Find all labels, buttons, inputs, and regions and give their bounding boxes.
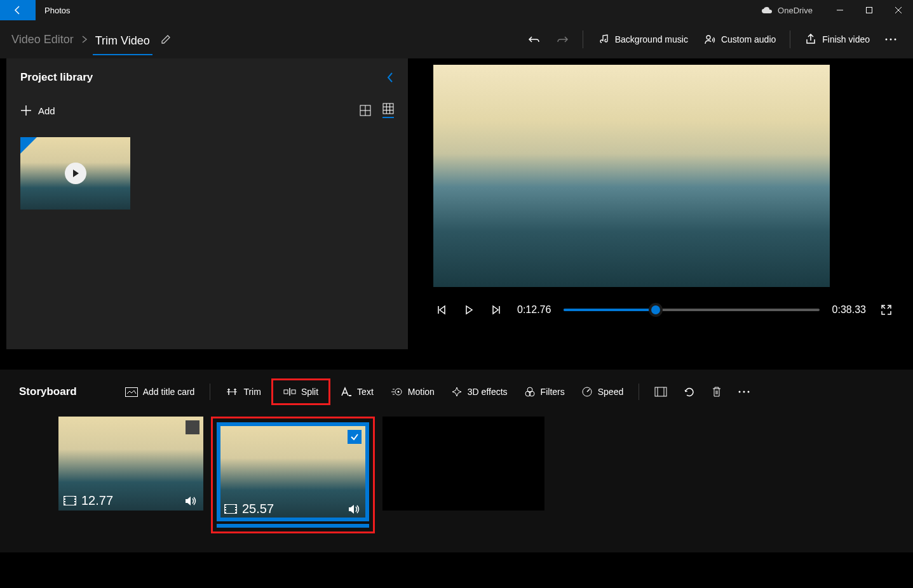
trim-icon	[226, 387, 238, 397]
current-time: 0:12.76	[517, 304, 551, 316]
film-icon	[64, 496, 76, 505]
clip-checkbox[interactable]	[186, 420, 200, 434]
background-music-label: Background music	[615, 34, 688, 44]
resize-button[interactable]	[648, 383, 673, 401]
clip-highlight: 25.57	[211, 417, 375, 533]
collapse-library-button[interactable]	[386, 71, 394, 84]
text-icon	[341, 387, 352, 397]
breadcrumb-current[interactable]: Trim Video	[93, 30, 152, 55]
background-music-button[interactable]: Background music	[590, 29, 696, 50]
svg-rect-13	[383, 104, 393, 114]
finish-video-label: Finish video	[822, 34, 870, 44]
clip-duration: 12.77	[81, 493, 113, 508]
plus-icon	[20, 105, 32, 116]
clip-duration: 25.57	[242, 502, 274, 516]
storyboard-more-button[interactable]	[732, 387, 756, 397]
used-indicator-icon	[20, 137, 37, 154]
speed-button[interactable]: Speed	[575, 382, 630, 401]
trim-label: Trim	[243, 387, 260, 397]
text-button[interactable]: Text	[334, 383, 380, 401]
split-highlight: Split	[271, 378, 330, 405]
speed-icon	[581, 386, 593, 398]
split-label: Split	[301, 387, 318, 397]
play-button[interactable]	[461, 302, 477, 317]
svg-rect-24	[292, 390, 295, 394]
cloud-icon	[761, 6, 773, 14]
filters-label: Filters	[541, 387, 565, 397]
preview-panel: 0:12.76 0:38.33	[408, 58, 913, 370]
svg-point-33	[739, 391, 741, 393]
svg-rect-20	[125, 387, 137, 396]
redo-button[interactable]	[548, 29, 576, 50]
view-large-button[interactable]	[360, 105, 371, 116]
delete-button[interactable]	[705, 382, 728, 401]
text-label: Text	[357, 387, 374, 397]
undo-button[interactable]	[520, 29, 548, 50]
svg-point-5	[886, 39, 888, 41]
add-title-card-button[interactable]: Add title card	[119, 383, 201, 401]
video-preview[interactable]	[433, 65, 830, 287]
film-icon	[224, 504, 237, 514]
seek-handle[interactable]	[649, 303, 663, 317]
minimize-button[interactable]	[825, 0, 855, 20]
custom-audio-button[interactable]: Custom audio	[696, 29, 783, 50]
library-title: Project library	[20, 71, 386, 84]
breadcrumb-root[interactable]: Video Editor	[9, 29, 76, 50]
app-title: Photos	[44, 6, 70, 15]
export-icon	[804, 33, 817, 46]
split-button[interactable]: Split	[277, 383, 325, 401]
fullscreen-button[interactable]	[879, 302, 894, 317]
onedrive-status[interactable]: OneDrive	[761, 6, 813, 15]
add-media-button[interactable]: Add	[20, 105, 55, 116]
prev-frame-button[interactable]	[433, 302, 449, 317]
audio-icon	[184, 495, 198, 507]
play-icon	[65, 163, 86, 184]
motion-button[interactable]: Motion	[384, 382, 441, 401]
title-card-icon	[125, 387, 138, 397]
custom-audio-label: Custom audio	[721, 34, 776, 44]
storyboard-clip-1[interactable]: 12.77	[58, 417, 203, 511]
svg-point-6	[890, 39, 892, 41]
audio-icon	[348, 504, 362, 515]
project-library-panel: Project library Add	[6, 58, 408, 349]
sparkle-icon	[451, 386, 463, 398]
three-d-label: 3D effects	[468, 387, 508, 397]
chevron-right-icon	[81, 35, 88, 44]
clip-checkbox-checked[interactable]	[348, 430, 362, 444]
motion-icon	[390, 386, 403, 398]
seek-slider[interactable]	[564, 309, 819, 311]
motion-label: Motion	[408, 387, 435, 397]
more-button[interactable]	[877, 34, 904, 44]
storyboard-clip-2[interactable]: 25.57	[217, 422, 369, 521]
storyboard-empty-slot[interactable]	[382, 417, 544, 511]
maximize-button[interactable]	[855, 0, 884, 20]
close-button[interactable]	[884, 0, 913, 20]
filters-button[interactable]: Filters	[518, 382, 571, 401]
split-icon	[283, 387, 296, 397]
rotate-button[interactable]	[677, 382, 701, 401]
svg-point-35	[748, 391, 750, 393]
storyboard-panel: Storyboard Add title card Trim Split Tex…	[0, 370, 913, 552]
add-title-card-label: Add title card	[143, 387, 195, 397]
next-frame-button[interactable]	[489, 302, 504, 317]
svg-point-34	[743, 391, 745, 393]
title-bar: Photos OneDrive	[0, 0, 913, 20]
filters-icon	[524, 386, 536, 398]
three-d-effects-button[interactable]: 3D effects	[445, 382, 514, 401]
svg-point-4	[707, 36, 710, 39]
svg-point-7	[895, 39, 896, 41]
total-time: 0:38.33	[832, 304, 866, 316]
rename-button[interactable]	[160, 34, 172, 45]
finish-video-button[interactable]: Finish video	[797, 29, 877, 50]
back-button[interactable]	[0, 0, 36, 20]
svg-rect-32	[655, 387, 666, 396]
svg-rect-23	[284, 390, 288, 394]
main-toolbar: Video Editor Trim Video Background music…	[0, 20, 913, 58]
library-clip[interactable]	[20, 137, 130, 210]
person-audio-icon	[703, 33, 716, 46]
trim-button[interactable]: Trim	[219, 383, 267, 401]
view-small-button[interactable]	[382, 103, 394, 118]
svg-point-27	[397, 391, 399, 393]
music-icon	[597, 33, 610, 46]
onedrive-label: OneDrive	[778, 6, 813, 15]
